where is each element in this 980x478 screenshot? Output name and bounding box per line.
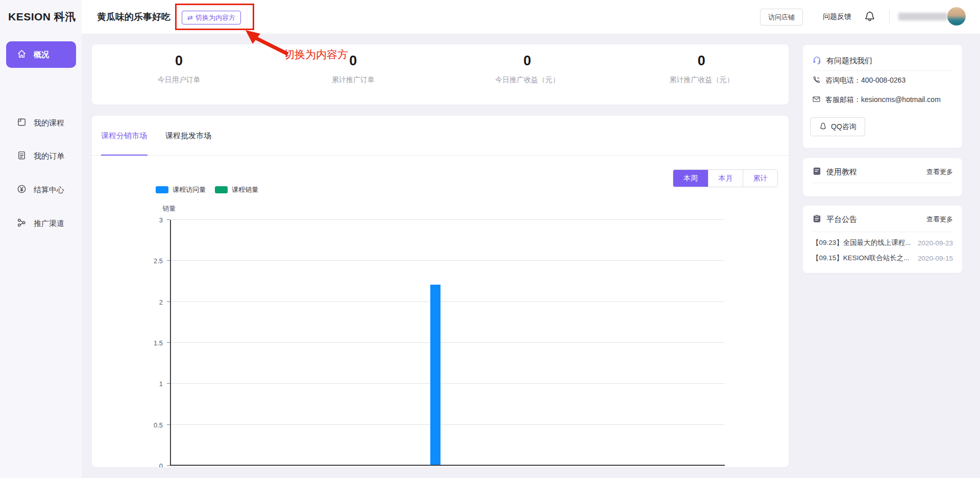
contact-card-title: 有问题找我们	[826, 56, 872, 66]
sidebar-item-orders[interactable]: 我的订单	[0, 143, 82, 169]
gridline	[171, 342, 725, 343]
stat-value: 0	[92, 53, 266, 69]
gridline	[171, 301, 725, 302]
x-axis-line	[171, 465, 725, 466]
y-tick-mark	[167, 383, 170, 384]
chart-bar	[430, 285, 440, 465]
tab-distribution-market[interactable]: 课程分销市场	[101, 116, 147, 156]
sidebar-item-label: 结算中心	[34, 185, 64, 195]
announcement-date: 2020-09-15	[918, 255, 953, 262]
contact-email: 客服邮箱：kesioncms@hotmail.com	[825, 95, 941, 105]
qq-consult-label: QQ咨询	[831, 122, 856, 132]
legend-swatch-green	[215, 186, 228, 193]
y-axis-title: 销量	[162, 204, 176, 213]
sidebar-item-settlement[interactable]: 结算中心	[0, 177, 82, 203]
market-tabs: 课程分销市场 课程批发市场	[92, 116, 789, 156]
header-divider	[889, 10, 890, 24]
legend-label: 课程访问量	[173, 185, 206, 194]
active-tab-underline	[101, 155, 148, 156]
notification-bell-icon[interactable]	[864, 11, 876, 23]
announcement-item[interactable]: 【09.15】KESION联合站长之... 2020-09-15	[812, 253, 953, 264]
announcement-item[interactable]: 【09.23】全国最大的线上课程... 2020-09-23	[812, 237, 953, 248]
gridline	[171, 383, 725, 384]
sidebar-item-label: 我的订单	[34, 152, 64, 161]
shop-title: 黄瓜味的乐事好吃	[97, 0, 170, 34]
annotation-label: 切换为内容方	[284, 47, 348, 62]
y-tick-mark	[167, 342, 170, 343]
tutorial-doc-icon	[812, 166, 822, 178]
feedback-link[interactable]: 问题反馈	[823, 0, 851, 34]
legend-label: 课程销量	[232, 185, 258, 194]
orders-icon	[17, 150, 27, 162]
visit-shop-button[interactable]: 访问店铺	[760, 9, 803, 26]
top-header: KESION 科汛 黄瓜味的乐事好吃 ⇄ 切换为内容方 访问店铺 问题反馈	[0, 0, 980, 34]
divider	[812, 232, 953, 232]
filter-this-week[interactable]: 本周	[673, 170, 708, 187]
tab-wholesale-market[interactable]: 课程批发市场	[165, 116, 211, 156]
stat-today-user-orders: 0 今日用户订单	[92, 44, 266, 105]
stat-total-promo-income: 0 累计推广收益（元）	[615, 44, 789, 105]
tutorial-more-link[interactable]: 查看更多	[926, 167, 953, 177]
announcement-more-link[interactable]: 查看更多	[926, 215, 953, 224]
sidebar-item-label: 我的课程	[34, 118, 64, 128]
channels-icon	[17, 218, 27, 229]
announcement-title: 【09.23】全国最大的线上课程...	[812, 238, 911, 247]
sidebar-item-channels[interactable]: 推广渠道	[0, 210, 82, 237]
y-tick-label: 3	[159, 216, 163, 224]
y-tick-mark	[167, 424, 170, 425]
announcement-card: 平台公告 查看更多 【09.23】全国最大的线上课程... 2020-09-23…	[803, 206, 962, 273]
mail-icon	[812, 95, 821, 105]
announcement-date: 2020-09-23	[918, 239, 953, 247]
range-filter-group: 本周 本月 累计	[673, 169, 778, 187]
tutorial-card: 使用教程 查看更多	[803, 158, 962, 196]
gridline	[171, 424, 725, 425]
sidebar-item-label: 概况	[34, 50, 49, 60]
avatar-image	[947, 7, 966, 26]
sidebar-nav: 概况 我的课程 我的订单 结算中心 推	[0, 34, 82, 478]
phone-icon	[812, 76, 821, 86]
chart-plot	[170, 220, 725, 466]
contact-phone-row: 咨询电话：400-008-0263	[812, 76, 905, 86]
stats-card: 0 今日用户订单 0 累计推广订单 0 今日推广收益（元） 0 累计推广收益（元…	[92, 44, 789, 105]
courses-icon	[17, 117, 27, 129]
clipboard-icon	[812, 214, 822, 225]
market-chart-card: 课程分销市场 课程批发市场 本周 本月 累计 课程访问量 课程销量 销量 00.…	[92, 116, 789, 467]
sidebar-item-overview[interactable]: 概况	[6, 41, 76, 68]
contact-phone: 咨询电话：400-008-0263	[825, 76, 905, 85]
gridline	[171, 260, 725, 261]
switch-role-button[interactable]: ⇄ 切换为内容方	[182, 11, 241, 24]
stat-label: 累计推广订单	[266, 76, 440, 85]
sidebar-item-label: 推广渠道	[34, 219, 64, 229]
y-tick-mark	[167, 301, 170, 302]
filter-this-month[interactable]: 本月	[708, 170, 743, 187]
headset-icon	[812, 55, 822, 66]
announcement-title: 【09.15】KESION联合站长之...	[812, 254, 910, 263]
y-tick-mark	[167, 465, 170, 466]
logo-block: KESION 科汛	[0, 0, 82, 34]
gridline	[171, 219, 725, 220]
qq-penguin-icon	[819, 122, 827, 132]
chart-yticks: 00.511.522.53	[143, 220, 167, 466]
legend-item-sales[interactable]: 课程销量	[215, 185, 258, 194]
contact-email-row: 客服邮箱：kesioncms@hotmail.com	[812, 95, 941, 105]
chart-legend: 课程访问量 课程销量	[156, 185, 258, 194]
y-tick-label: 1.5	[154, 339, 163, 347]
stat-value: 0	[615, 53, 789, 69]
stat-value: 0	[440, 53, 615, 69]
stat-label: 今日推广收益（元）	[440, 76, 615, 85]
tutorial-card-title: 使用教程	[826, 167, 857, 177]
y-tick-label: 2.5	[154, 257, 163, 265]
app-logo: KESION 科汛	[8, 10, 76, 24]
qq-consult-button[interactable]: QQ咨询	[810, 117, 865, 136]
y-tick-mark	[167, 260, 170, 261]
divider	[812, 70, 953, 71]
home-icon	[17, 49, 27, 60]
sidebar-item-courses[interactable]: 我的课程	[0, 110, 82, 136]
filter-total[interactable]: 累计	[743, 170, 777, 187]
username-blurred[interactable]	[898, 13, 947, 20]
y-tick-label: 2	[159, 298, 163, 306]
legend-item-visits[interactable]: 课程访问量	[156, 185, 206, 194]
announcement-card-title: 平台公告	[826, 215, 857, 224]
stat-today-promo-income: 0 今日推广收益（元）	[440, 44, 615, 105]
avatar[interactable]	[947, 7, 966, 26]
